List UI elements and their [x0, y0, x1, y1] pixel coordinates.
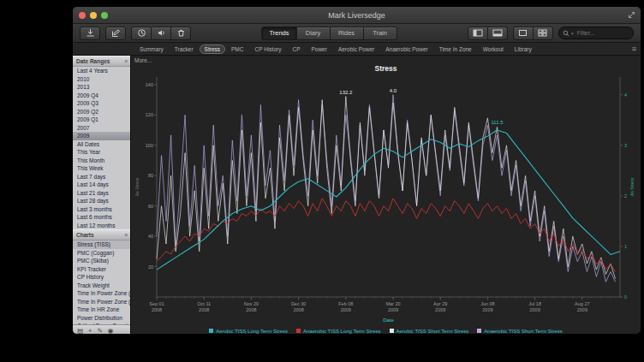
- sidebar: Date Ranges ≡ Last 4 Years201020132009 Q…: [73, 56, 131, 334]
- legend-label: Aerobic TISS Long Term Stress: [216, 329, 288, 334]
- date-range-item[interactable]: Last 12 months: [73, 222, 130, 230]
- interval-button[interactable]: [131, 27, 152, 40]
- chart-panel: More... Stress 2040608010012014001234Sep…: [131, 56, 641, 334]
- chart-list-item[interactable]: Power Distribution: [73, 314, 130, 323]
- date-range-item[interactable]: Last 21 days: [73, 189, 130, 198]
- legend-swatch: [209, 329, 213, 333]
- charts-menu-icon[interactable]: ≡: [124, 232, 128, 238]
- delete-button[interactable]: [171, 27, 191, 40]
- view-segment-trends[interactable]: Trends: [261, 27, 296, 40]
- chart-list-item[interactable]: PMC (Skiba): [73, 257, 130, 265]
- date-range-item[interactable]: Last 4 Years: [73, 67, 130, 75]
- zoom-button[interactable]: [101, 12, 108, 19]
- chart-tabbar: SummaryTrackerStressPMCCP HistoryCPPower…: [73, 43, 641, 56]
- tab-cp[interactable]: CP: [287, 45, 305, 54]
- date-ranges-menu-icon[interactable]: ≡: [124, 58, 128, 64]
- filter-input[interactable]: [575, 29, 629, 37]
- date-range-item[interactable]: Last 6 months: [73, 213, 130, 222]
- toolbar-right-group: ▾: [468, 27, 634, 40]
- svg-text:Date: Date: [383, 317, 394, 323]
- chart-list-item[interactable]: Stress (TISS): [73, 240, 130, 249]
- toggle-sidebar-button[interactable]: [468, 27, 488, 40]
- date-range-item[interactable]: 2009 Q4: [73, 92, 130, 100]
- view-segment-train[interactable]: Train: [364, 27, 397, 40]
- date-ranges-header[interactable]: Date Ranges ≡: [73, 56, 130, 67]
- date-range-item[interactable]: 2009 Q1: [73, 116, 130, 124]
- close-button[interactable]: [79, 12, 86, 19]
- svg-text:2008: 2008: [293, 307, 303, 312]
- tiled-view-button[interactable]: [534, 27, 553, 40]
- chart-list-item[interactable]: KPI Tracker: [73, 265, 130, 274]
- chart-title: Stress: [131, 64, 641, 73]
- chart-list-item[interactable]: CP History: [73, 273, 130, 282]
- date-range-item[interactable]: Last 28 days: [73, 197, 130, 205]
- chart-list-item[interactable]: Track Weight: [73, 282, 130, 290]
- export-button[interactable]: [80, 27, 100, 40]
- date-range-item[interactable]: 2013: [73, 83, 130, 92]
- edit-pencil-icon[interactable]: ✎: [97, 327, 102, 334]
- sidebar-menu-icon[interactable]: ▤: [77, 327, 83, 334]
- date-range-item[interactable]: 2009: [73, 132, 130, 140]
- tab-power[interactable]: Power: [306, 45, 331, 54]
- svg-text:4: 4: [624, 92, 627, 97]
- date-range-item[interactable]: 2009 Q2: [73, 108, 130, 116]
- toggle-bottombar-button[interactable]: [488, 27, 508, 40]
- svg-text:2009: 2009: [341, 307, 351, 312]
- chart-list-item[interactable]: Time In HR Zone: [73, 306, 130, 314]
- tab-summary[interactable]: Summary: [134, 45, 169, 54]
- minimize-button[interactable]: [90, 12, 97, 19]
- date-range-item[interactable]: 2007: [73, 124, 130, 133]
- tab-pmc[interactable]: PMC: [226, 45, 248, 54]
- date-range-item[interactable]: All Dates: [73, 140, 130, 149]
- more-link[interactable]: More...: [131, 56, 641, 64]
- charts-header-label: Charts: [76, 232, 94, 238]
- tab-anaerobic-power[interactable]: Anaerobic Power: [380, 45, 433, 54]
- tabbar-menu-icon[interactable]: ≡: [632, 45, 636, 53]
- view-segment-diary[interactable]: Diary: [297, 27, 331, 40]
- single-view-button[interactable]: [513, 27, 534, 40]
- date-range-item[interactable]: 2010: [73, 75, 130, 84]
- filter-dropdown-icon[interactable]: ▾: [571, 31, 574, 36]
- date-range-item[interactable]: Last 7 days: [73, 173, 130, 181]
- view-segments: TrendsDiaryRidesTrain: [261, 27, 397, 40]
- add-icon[interactable]: +: [88, 327, 92, 334]
- clock-icon: [137, 28, 146, 38]
- date-range-item[interactable]: This Month: [73, 157, 130, 165]
- svg-text:0: 0: [624, 294, 627, 300]
- filter-field[interactable]: ▾: [558, 27, 634, 39]
- tab-library[interactable]: Library: [510, 45, 537, 54]
- date-range-item[interactable]: 2009 Q3: [73, 99, 130, 108]
- tab-cp-history[interactable]: CP History: [249, 45, 286, 54]
- tab-tracker[interactable]: Tracker: [170, 45, 199, 54]
- svg-text:3: 3: [624, 143, 627, 148]
- view-options-icon[interactable]: ◉: [108, 327, 114, 334]
- svg-text:2: 2: [624, 193, 627, 199]
- date-range-item[interactable]: This Week: [73, 164, 130, 173]
- window-controls: [79, 12, 108, 19]
- date-range-item[interactable]: This Year: [73, 148, 130, 157]
- date-range-item[interactable]: Last 3 months: [73, 205, 130, 214]
- chart-list-item[interactable]: Time In Power Zone (Stacked): [73, 289, 130, 298]
- fullscreen-icon[interactable]: [628, 11, 635, 19]
- svg-text:Jul 18: Jul 18: [528, 301, 541, 306]
- title-bar[interactable]: Mark Liversedge: [73, 7, 641, 24]
- sidebar-panel-icon: [473, 29, 483, 37]
- stress-chart[interactable]: 2040608010012014001234Sep 012008Oct 1120…: [131, 74, 641, 326]
- charts-header[interactable]: Charts ≡: [73, 229, 130, 240]
- tab-time-in-zone[interactable]: Time In Zone: [434, 45, 477, 54]
- view-segment-rides[interactable]: Rides: [331, 27, 364, 40]
- trash-icon: [176, 28, 186, 38]
- svg-text:2009: 2009: [530, 307, 540, 312]
- tab-stress[interactable]: Stress: [200, 45, 225, 54]
- chart-list-item[interactable]: Time In Power Zone (Bar): [73, 298, 130, 306]
- tab-aerobic-power[interactable]: Aerobic Power: [333, 45, 379, 54]
- svg-text:Oct 11: Oct 11: [197, 301, 211, 306]
- audio-button[interactable]: [152, 27, 171, 40]
- edit-button[interactable]: [105, 27, 126, 40]
- bottom-panel-icon: [492, 29, 503, 37]
- app-window: Mark Liversedge: [73, 7, 641, 334]
- legend-swatch: [477, 329, 481, 333]
- date-range-item[interactable]: Last 14 days: [73, 181, 130, 189]
- chart-list-item[interactable]: PMC (Coggan): [73, 249, 130, 258]
- tab-workout[interactable]: Workout: [478, 45, 509, 54]
